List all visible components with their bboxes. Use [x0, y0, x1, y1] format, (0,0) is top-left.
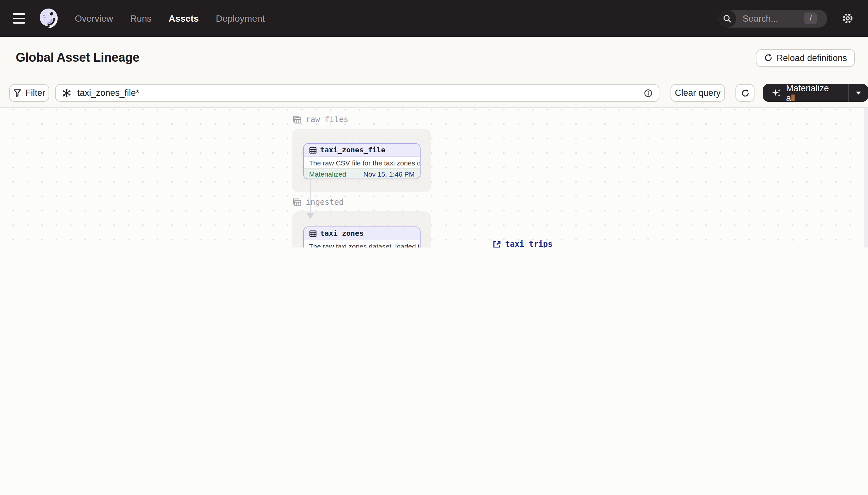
page-header: Global Asset Lineage Reload definitions: [0, 37, 868, 79]
query-info-icon[interactable]: [643, 88, 653, 98]
asset-node-taxi_zones_file[interactable]: taxi_zones_file The raw CSV file for the…: [303, 143, 421, 179]
settings-gear-icon[interactable]: [842, 13, 854, 24]
group-label-raw_files[interactable]: raw_files: [293, 115, 348, 124]
nav-item-runs[interactable]: Runs: [130, 13, 152, 24]
asset-status-row: Materialized Nov 15, 1:46 PM: [304, 168, 420, 179]
refresh-graph-button[interactable]: [736, 84, 755, 102]
group-label-ingested[interactable]: ingested: [293, 198, 344, 207]
filter-button[interactable]: Filter: [9, 84, 49, 102]
op-selector-icon: [61, 88, 71, 98]
nav-item-assets[interactable]: Assets: [169, 13, 199, 24]
dagster-logo[interactable]: [38, 7, 60, 30]
asset-node-header: taxi_zones_file: [304, 144, 420, 157]
lineage-edges: [0, 108, 868, 248]
search-input[interactable]: [741, 13, 804, 24]
reload-definitions-button[interactable]: Reload definitions: [756, 49, 855, 67]
asset-query-input[interactable]: [76, 87, 643, 99]
materialize-all-button[interactable]: Materialize all: [763, 84, 848, 102]
nav-item-overview[interactable]: Overview: [75, 13, 113, 24]
asset-node-taxi_zones[interactable]: taxi_zones The raw taxi zones dataset, l…: [303, 226, 421, 248]
materialize-all-label: Materialize all: [786, 84, 840, 102]
dagster-app: Overview Runs Assets Deployment / Global…: [0, 0, 868, 248]
chevron-down-icon: [855, 91, 862, 95]
group-name: raw_files: [306, 115, 348, 124]
asset-name: taxi_zones: [320, 229, 364, 238]
page-title: Global Asset Lineage: [16, 51, 139, 65]
asset-description: The raw taxi zones dataset, loaded int..…: [304, 240, 420, 248]
table-icon: [309, 146, 317, 154]
vertical-scrollbar[interactable]: [864, 108, 868, 248]
global-search[interactable]: /: [719, 10, 827, 27]
asset-node-header: taxi_zones: [304, 227, 420, 240]
nav-item-deployment[interactable]: Deployment: [216, 13, 265, 24]
lineage-canvas[interactable]: raw_files ingested requests: [0, 108, 868, 248]
external-link-icon: [493, 240, 501, 248]
refresh-icon: [763, 53, 773, 62]
top-nav: Overview Runs Assets Deployment /: [0, 0, 868, 37]
group-name: ingested: [306, 198, 344, 207]
hamburger-menu-icon[interactable]: [13, 11, 29, 26]
lineage-toolbar: Filter Clear query: [0, 79, 868, 108]
reload-definitions-label: Reload definitions: [777, 53, 847, 63]
sparkles-icon: [772, 88, 781, 98]
clear-query-label: Clear query: [675, 88, 721, 98]
filter-label: Filter: [25, 88, 45, 98]
status-badge: Materialized: [309, 170, 346, 178]
filter-funnel-icon: [13, 89, 22, 97]
search-shortcut-badge: /: [804, 13, 817, 24]
asset-query-box[interactable]: [55, 84, 659, 102]
materialization-timestamp[interactable]: Nov 15, 1:46 PM: [364, 170, 415, 178]
materialize-options-dropdown[interactable]: [848, 84, 868, 102]
nav-links: Overview Runs Assets Deployment: [75, 13, 265, 24]
clear-query-button[interactable]: Clear query: [670, 84, 725, 102]
external-asset-taxi_trips[interactable]: taxi_trips: [493, 240, 553, 248]
table-icon: [309, 229, 317, 237]
search-icon: [719, 10, 736, 27]
group-table-icon: [293, 198, 302, 207]
asset-name: taxi_zones_file: [320, 146, 386, 154]
refresh-icon: [740, 88, 749, 98]
materialize-all-button-group: Materialize all: [763, 84, 868, 102]
group-table-icon: [293, 115, 302, 124]
external-asset-name: taxi_trips: [505, 240, 553, 248]
asset-description: The raw CSV file for the taxi zones dat.…: [304, 157, 420, 168]
